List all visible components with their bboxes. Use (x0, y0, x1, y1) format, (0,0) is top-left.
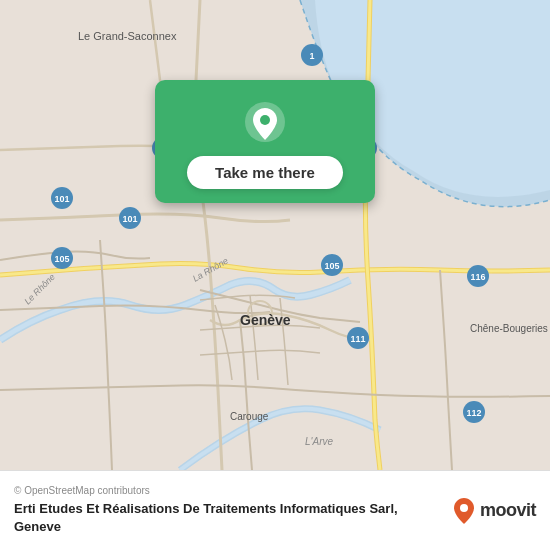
svg-text:L'Arve: L'Arve (305, 436, 333, 447)
location-pin-icon (241, 98, 289, 146)
svg-point-31 (460, 504, 468, 512)
svg-text:101: 101 (54, 194, 69, 204)
location-card: Take me there (155, 80, 375, 203)
take-me-there-button[interactable]: Take me there (187, 156, 343, 189)
company-name: Erti Etudes Et Réalisations De Traitemen… (14, 500, 442, 536)
svg-text:116: 116 (470, 272, 485, 282)
svg-text:105: 105 (54, 254, 69, 264)
osm-credit: © OpenStreetMap contributors (14, 485, 442, 496)
svg-text:Genève: Genève (240, 312, 291, 328)
map-container: L'Arve 106 (0, 0, 550, 470)
svg-text:Le Grand-Saconnex: Le Grand-Saconnex (78, 30, 177, 42)
company-info: © OpenStreetMap contributors Erti Etudes… (14, 485, 442, 536)
svg-point-30 (260, 115, 270, 125)
moovit-brand-text: moovit (480, 500, 536, 521)
bottom-bar: © OpenStreetMap contributors Erti Etudes… (0, 470, 550, 550)
svg-text:111: 111 (350, 334, 365, 344)
svg-text:112: 112 (466, 408, 481, 418)
svg-text:101: 101 (122, 214, 137, 224)
moovit-pin-icon (452, 497, 476, 525)
svg-text:Chêne-Bougeries: Chêne-Bougeries (470, 323, 548, 334)
svg-text:1: 1 (309, 51, 314, 61)
moovit-logo: moovit (452, 497, 536, 525)
map-svg: L'Arve 106 (0, 0, 550, 470)
svg-text:105: 105 (324, 261, 339, 271)
svg-text:Carouge: Carouge (230, 411, 269, 422)
